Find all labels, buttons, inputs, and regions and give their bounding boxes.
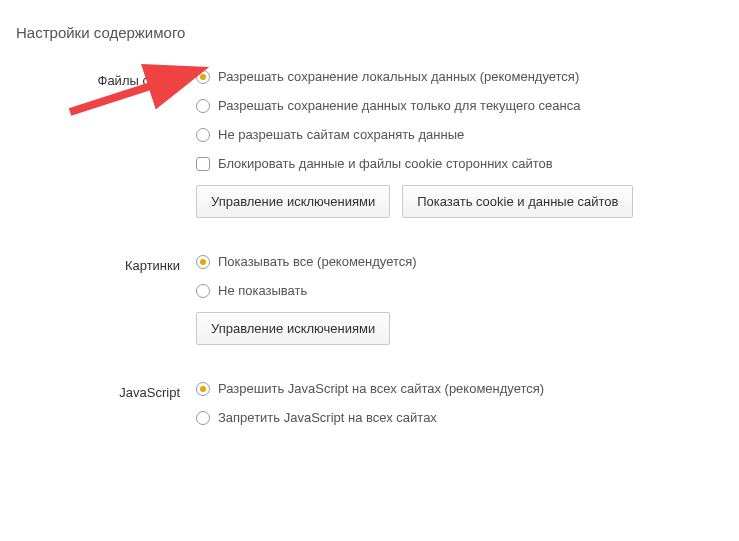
- radio-icon[interactable]: [196, 70, 210, 84]
- radio-icon[interactable]: [196, 99, 210, 113]
- cookie-option-block-label: Не разрешать сайтам сохранять данные: [218, 127, 464, 142]
- images-buttons: Управление исключениями: [196, 312, 739, 345]
- page-title: Настройки содержимого: [16, 24, 739, 41]
- radio-icon[interactable]: [196, 411, 210, 425]
- section-body-images: Показывать все (рекомендуется) Не показы…: [196, 254, 739, 345]
- js-option-block-label: Запретить JavaScript на всех сайтах: [218, 410, 437, 425]
- cookie-option-block[interactable]: Не разрешать сайтам сохранять данные: [196, 127, 739, 142]
- js-option-allow[interactable]: Разрешить JavaScript на всех сайтах (рек…: [196, 381, 739, 396]
- js-option-block[interactable]: Запретить JavaScript на всех сайтах: [196, 410, 739, 425]
- js-option-allow-label: Разрешить JavaScript на всех сайтах (рек…: [218, 381, 544, 396]
- radio-icon[interactable]: [196, 284, 210, 298]
- section-label-images: Картинки: [16, 254, 196, 345]
- section-cookies: Файлы cookie Разрешать сохранение локаль…: [16, 69, 739, 218]
- radio-icon[interactable]: [196, 382, 210, 396]
- section-body-javascript: Разрешить JavaScript на всех сайтах (рек…: [196, 381, 739, 439]
- cookie-option-allow[interactable]: Разрешать сохранение локальных данных (р…: [196, 69, 739, 84]
- section-javascript: JavaScript Разрешить JavaScript на всех …: [16, 381, 739, 439]
- radio-icon[interactable]: [196, 128, 210, 142]
- images-option-hide-label: Не показывать: [218, 283, 307, 298]
- checkbox-icon[interactable]: [196, 157, 210, 171]
- cookie-option-allow-label: Разрешать сохранение локальных данных (р…: [218, 69, 579, 84]
- show-cookies-button[interactable]: Показать cookie и данные сайтов: [402, 185, 633, 218]
- images-option-show-all-label: Показывать все (рекомендуется): [218, 254, 417, 269]
- cookie-option-session[interactable]: Разрешать сохранение данных только для т…: [196, 98, 739, 113]
- images-option-hide[interactable]: Не показывать: [196, 283, 739, 298]
- section-label-cookies: Файлы cookie: [16, 69, 196, 218]
- section-body-cookies: Разрешать сохранение локальных данных (р…: [196, 69, 739, 218]
- images-option-show-all[interactable]: Показывать все (рекомендуется): [196, 254, 739, 269]
- radio-icon[interactable]: [196, 255, 210, 269]
- cookie-block-third-party[interactable]: Блокировать данные и файлы cookie сторон…: [196, 156, 739, 171]
- cookie-block-third-party-label: Блокировать данные и файлы cookie сторон…: [218, 156, 553, 171]
- section-label-javascript: JavaScript: [16, 381, 196, 439]
- manage-exceptions-button[interactable]: Управление исключениями: [196, 185, 390, 218]
- cookie-option-session-label: Разрешать сохранение данных только для т…: [218, 98, 580, 113]
- cookie-buttons: Управление исключениями Показать cookie …: [196, 185, 739, 218]
- section-images: Картинки Показывать все (рекомендуется) …: [16, 254, 739, 345]
- manage-exceptions-button[interactable]: Управление исключениями: [196, 312, 390, 345]
